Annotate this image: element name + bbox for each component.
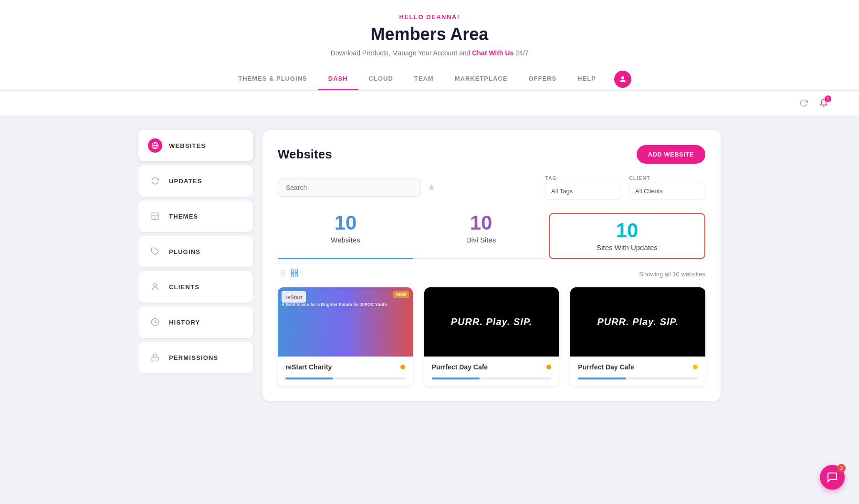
- sidebar-item-permissions[interactable]: PERMISSIONS: [138, 342, 253, 373]
- sidebar-item-history-label: HISTORY: [169, 319, 200, 326]
- sidebar-item-history[interactable]: HISTORY: [138, 306, 253, 338]
- main-layout: WEBSITES UPDATES THEMES PLUGINS: [119, 130, 740, 401]
- nav-item-themes-plugins[interactable]: THEMES & PLUGINS: [228, 68, 318, 90]
- chat-badge: 3: [837, 464, 846, 472]
- stat-divi-sites[interactable]: 10 Divi Sites: [413, 213, 549, 258]
- grid-view-button[interactable]: [290, 269, 299, 280]
- svg-rect-16: [291, 270, 293, 272]
- filter-row: ★ TAG All Tags CLIENT All Clients: [278, 175, 705, 200]
- stat-websites-number: 10: [278, 213, 413, 233]
- refresh-icon-sidebar: [148, 174, 162, 188]
- nav-item-marketplace[interactable]: MARKETPLACE: [444, 68, 518, 90]
- purr-text-1: PURR. Play. SIP.: [451, 316, 533, 327]
- client-filter-wrapper: CLIENT All Clients: [629, 175, 705, 200]
- site-status-2: [546, 365, 551, 369]
- stat-divi-label: Divi Sites: [413, 236, 549, 244]
- user-icon: [148, 280, 162, 294]
- sidebar-item-permissions-label: PERMISSIONS: [169, 354, 219, 361]
- purr-text-2: PURR. Play. SIP.: [597, 316, 679, 327]
- main-nav: THEMES & PLUGINS DASH CLOUD TEAM MARKETP…: [10, 68, 849, 90]
- hello-text: HELLO DEANNA!: [10, 13, 849, 21]
- site-bar-fill-3: [578, 378, 626, 379]
- lock-icon: [148, 350, 162, 365]
- nav-item-team[interactable]: TEAM: [404, 68, 444, 90]
- puzzle-icon: [148, 244, 162, 259]
- site-bar-1: [285, 378, 405, 379]
- stat-divi-number: 10: [413, 213, 549, 233]
- select-group: TAG All Tags CLIENT All Clients: [545, 175, 705, 200]
- svg-rect-9: [152, 357, 158, 361]
- refresh-icon[interactable]: [797, 96, 810, 110]
- site-name-3: Purrfect Day Cafe: [578, 363, 634, 371]
- site-card-2[interactable]: PURR. Play. SIP. Purrfect Day Cafe: [424, 287, 559, 386]
- svg-rect-18: [291, 274, 293, 276]
- stat-updates-number: 10: [559, 220, 695, 241]
- sidebar-item-websites-label: WEBSITES: [169, 142, 206, 149]
- toolbar: 1: [0, 91, 859, 116]
- sites-grid: reStart A Bold Vision for a Brighter Fut…: [278, 287, 705, 386]
- notification-badge: 1: [825, 95, 831, 102]
- sidebar-item-updates[interactable]: UPDATES: [138, 165, 253, 197]
- sites-header: Showing all 10 websites: [278, 269, 705, 280]
- site-bar-fill-2: [432, 378, 480, 379]
- site-bar-2: [432, 378, 552, 379]
- sidebar-item-clients-label: CLIENTS: [169, 284, 199, 291]
- stat-updates-label: Sites With Updates: [559, 243, 695, 252]
- site-card-3[interactable]: PURR. Play. SIP. Purrfect Day Cafe: [570, 287, 705, 386]
- view-toggle: [278, 269, 299, 280]
- favorite-button[interactable]: ★: [428, 182, 435, 193]
- showing-text: Showing all 10 websites: [639, 271, 705, 278]
- svg-rect-19: [295, 274, 298, 276]
- stats-row: 10 Websites 10 Divi Sites 10 Sites With …: [278, 213, 705, 259]
- add-website-button[interactable]: ADD WEBSITE: [637, 145, 706, 164]
- avatar[interactable]: [614, 71, 631, 88]
- subtitle-text: Download Products, Manage Your Account a…: [331, 49, 471, 57]
- stat-websites-label: Websites: [278, 236, 413, 244]
- chat-button[interactable]: 3: [820, 465, 845, 490]
- content-header: Websites ADD WEBSITE: [278, 145, 705, 164]
- sidebar-item-themes-label: THEMES: [169, 213, 198, 220]
- list-view-button[interactable]: [278, 269, 286, 280]
- sidebar: WEBSITES UPDATES THEMES PLUGINS: [138, 130, 253, 401]
- svg-point-7: [154, 284, 157, 286]
- tag-label: TAG: [545, 175, 621, 181]
- notification-icon[interactable]: 1: [817, 96, 830, 110]
- site-card-1[interactable]: reStart A Bold Vision for a Brighter Fut…: [278, 287, 413, 386]
- site-bar-3: [578, 378, 698, 379]
- sidebar-item-themes[interactable]: THEMES: [138, 200, 253, 232]
- site-thumb-2: PURR. Play. SIP.: [424, 287, 559, 357]
- content-area: Websites ADD WEBSITE ★ TAG All Tags CLIE…: [262, 130, 721, 401]
- clock-icon: [148, 315, 162, 329]
- client-label: CLIENT: [629, 175, 705, 181]
- site-bar-fill-1: [285, 378, 333, 379]
- globe-icon: [148, 138, 162, 153]
- client-select[interactable]: All Clients: [629, 183, 705, 200]
- site-thumb-1: reStart A Bold Vision for a Brighter Fut…: [278, 287, 413, 357]
- sidebar-item-plugins[interactable]: PLUGINS: [138, 236, 253, 267]
- sidebar-item-updates-label: UPDATES: [169, 178, 202, 185]
- content-title: Websites: [278, 147, 332, 162]
- site-info-1: reStart Charity: [278, 357, 413, 378]
- svg-rect-3: [152, 213, 158, 220]
- nav-item-help[interactable]: HELP: [567, 68, 607, 90]
- header: HELLO DEANNA! Members Area Download Prod…: [0, 0, 859, 91]
- sidebar-item-plugins-label: PLUGINS: [169, 248, 200, 255]
- nav-item-offers[interactable]: OFFERS: [518, 68, 567, 90]
- hours-text: 24/7: [515, 49, 528, 57]
- svg-rect-17: [295, 270, 298, 272]
- sidebar-item-clients[interactable]: CLIENTS: [138, 271, 253, 303]
- nav-item-cloud[interactable]: CLOUD: [358, 68, 404, 90]
- site-status-1: [400, 365, 405, 369]
- sidebar-item-websites[interactable]: WEBSITES: [138, 130, 253, 161]
- search-input[interactable]: [278, 178, 421, 197]
- site-name-1: reStart Charity: [285, 363, 332, 371]
- stat-sites-updates[interactable]: 10 Sites With Updates: [549, 213, 705, 259]
- tag-select[interactable]: All Tags: [545, 183, 621, 200]
- nav-item-dash[interactable]: DASH: [318, 68, 358, 90]
- site-info-2: Purrfect Day Cafe: [424, 357, 559, 378]
- chat-link[interactable]: Chat With Us: [472, 49, 513, 57]
- stat-websites[interactable]: 10 Websites: [278, 213, 413, 259]
- page-title: Members Area: [10, 24, 849, 44]
- svg-point-0: [621, 76, 624, 79]
- site-status-3: [693, 365, 698, 369]
